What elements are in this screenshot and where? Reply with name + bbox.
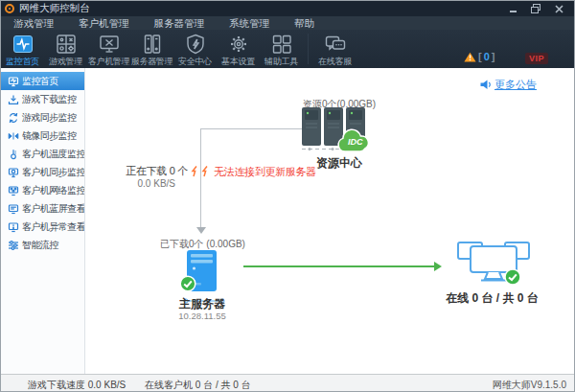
announcement-link[interactable]: 更多公告 bbox=[480, 78, 537, 92]
game-grid-icon bbox=[55, 32, 78, 57]
close-icon bbox=[555, 5, 564, 13]
chat-bubbles-icon bbox=[324, 32, 347, 57]
titlebar: 网维大师控制台 bbox=[1, 1, 574, 16]
sidebar-item-label: 客户机温度监控 bbox=[22, 148, 84, 161]
sidebar-item-smart-flow[interactable]: 智能流控 bbox=[1, 236, 84, 254]
sidebar-item-label: 游戏同步监控 bbox=[22, 111, 76, 125]
toolbar-item-online-support[interactable]: 在线客服 bbox=[313, 32, 356, 66]
content-area: 监控首页 游戏下载监控 游戏同步监控 镜像同步监控 客户机温度监控 客户机同步监… bbox=[1, 68, 574, 374]
download-icon bbox=[8, 94, 19, 105]
flow-control-icon bbox=[8, 240, 19, 251]
sidebar-item-client-exception[interactable]: 客户机异常查看 bbox=[1, 218, 84, 236]
downloading-speed: 0.0 KB/S bbox=[95, 178, 188, 189]
sidebar-item-mirror-sync[interactable]: 镜像同步监控 bbox=[1, 127, 84, 145]
shield-lightning-icon bbox=[184, 32, 207, 57]
monitor-network-icon bbox=[8, 185, 19, 196]
minimize-button[interactable] bbox=[501, 2, 524, 15]
statusbar: 游戏下载速度 0.0 KB/S 在线客户机 0 台 / 共 0 台 网维大师V9… bbox=[1, 374, 574, 392]
client-monitors-icon bbox=[457, 237, 530, 288]
sidebar: 监控首页 游戏下载监控 游戏同步监控 镜像同步监控 客户机温度监控 客户机同步监… bbox=[1, 68, 85, 374]
status-online-clients: 在线客户机 0 台 / 共 0 台 bbox=[145, 379, 251, 392]
sidebar-item-label: 客户机蓝屏查看 bbox=[22, 202, 84, 216]
monitor-exception-icon bbox=[8, 221, 19, 233]
sidebar-item-client-temperature[interactable]: 客户机温度监控 bbox=[1, 145, 84, 163]
toolbar-item-basic-settings[interactable]: 基本设置 bbox=[217, 32, 260, 66]
app-logo-icon bbox=[5, 4, 14, 13]
downloading-status: 正在下载 0 个 0.0 KB/S bbox=[95, 164, 188, 189]
pulse-monitor-icon bbox=[12, 32, 34, 57]
monitor-wrench-icon bbox=[98, 32, 121, 57]
thermometer-icon bbox=[8, 149, 19, 160]
sidebar-item-label: 监控首页 bbox=[22, 75, 58, 88]
toolbar-item-label: 监控首页 bbox=[6, 57, 39, 66]
arrow-right-icon bbox=[434, 262, 442, 271]
connection-error-text: 无法连接到更新服务器 bbox=[214, 165, 316, 179]
toolbar-item-security-center[interactable]: 安全中心 bbox=[173, 32, 217, 66]
server-rack-icon bbox=[141, 32, 164, 57]
clients-online-label: 在线 0 台 / 共 0 台 bbox=[423, 290, 562, 307]
warning-counter[interactable]: [ 0 ] bbox=[464, 51, 494, 62]
vip-badge[interactable]: VIP bbox=[525, 53, 548, 64]
monitor-pulse-icon bbox=[8, 76, 19, 87]
grid-squares-icon bbox=[270, 32, 293, 57]
toolbar-item-label: 基本设置 bbox=[221, 57, 255, 66]
sidebar-item-game-download[interactable]: 游戏下载监控 bbox=[1, 90, 84, 108]
warning-triangle-icon bbox=[464, 52, 476, 62]
sidebar-item-game-sync[interactable]: 游戏同步监控 bbox=[1, 108, 84, 127]
toolbar-item-label: 游戏管理 bbox=[49, 57, 82, 66]
sidebar-item-client-bluescreen[interactable]: 客户机蓝屏查看 bbox=[1, 199, 84, 218]
menu-help[interactable]: 帮助 bbox=[282, 16, 327, 30]
megaphone-icon bbox=[480, 80, 492, 90]
menu-system-management[interactable]: 系统管理 bbox=[217, 16, 282, 30]
monitor-home-canvas: 更多公告 资源0个(0.00GB) IDC 资源中心 bbox=[85, 68, 574, 374]
toolbar-separator bbox=[308, 34, 309, 64]
menubar: 游戏管理 客户机管理 服务器管理 系统管理 帮助 bbox=[1, 16, 574, 30]
toolbar-item-client-management[interactable]: 客户机管理 bbox=[87, 32, 130, 66]
minimize-icon bbox=[509, 5, 518, 13]
toolbar-item-label: 辅助工具 bbox=[264, 57, 298, 66]
main-server-ip: 10.28.11.55 bbox=[150, 311, 255, 321]
announcement-label: 更多公告 bbox=[494, 78, 537, 92]
sidebar-item-client-network[interactable]: 客户机网络监控 bbox=[1, 181, 84, 199]
menu-server-management[interactable]: 服务器管理 bbox=[142, 16, 218, 30]
close-button[interactable] bbox=[547, 2, 570, 15]
sidebar-item-label: 智能流控 bbox=[22, 239, 58, 252]
downloaded-stats: 已下载0个 (0.00GB) bbox=[138, 238, 267, 251]
toolbar: 监控首页 游戏管理 客户机管理 服务器管理 安全中心 bbox=[1, 30, 574, 68]
menu-client-management[interactable]: 客户机管理 bbox=[66, 16, 142, 30]
toolbar-item-server-management[interactable]: 服务器管理 bbox=[130, 32, 173, 66]
resource-center-node: IDC bbox=[302, 107, 380, 157]
restore-icon bbox=[531, 4, 540, 13]
status-version: 网维大师V9.1.5.0 bbox=[493, 379, 566, 392]
sidebar-item-label: 客户机同步监控 bbox=[22, 166, 84, 179]
status-download-speed: 游戏下载速度 0.0 KB/S bbox=[28, 379, 126, 392]
menu-game-management[interactable]: 游戏管理 bbox=[1, 16, 66, 30]
warning-count: 0 bbox=[484, 51, 490, 62]
toolbar-item-label: 服务器管理 bbox=[131, 57, 173, 66]
server-to-clients-arrow bbox=[243, 265, 435, 267]
sync-arrows-icon bbox=[8, 112, 19, 124]
downloading-count: 正在下载 0 个 bbox=[95, 164, 188, 178]
monitor-bluescreen-icon bbox=[8, 203, 19, 215]
maximize-button[interactable] bbox=[524, 2, 547, 15]
window-title: 网维大师控制台 bbox=[19, 2, 90, 15]
warning-bracket: [ bbox=[478, 51, 482, 62]
sidebar-item-label: 游戏下载监控 bbox=[22, 93, 76, 106]
sidebar-item-client-sync[interactable]: 客户机同步监控 bbox=[1, 163, 84, 181]
idc-cloud-badge: IDC bbox=[336, 127, 377, 154]
toolbar-item-auxiliary-tools[interactable]: 辅助工具 bbox=[260, 32, 303, 66]
sidebar-item-monitor-home[interactable]: 监控首页 bbox=[1, 72, 84, 90]
sidebar-item-label: 镜像同步监控 bbox=[22, 129, 76, 143]
gear-icon bbox=[227, 32, 250, 57]
toolbar-item-monitor-home[interactable]: 监控首页 bbox=[1, 32, 44, 66]
sidebar-item-label: 客户机异常查看 bbox=[22, 220, 84, 234]
toolbar-item-game-management[interactable]: 游戏管理 bbox=[44, 32, 87, 66]
idc-badge-label: IDC bbox=[348, 137, 363, 147]
arrow-down-icon bbox=[196, 227, 206, 234]
app-window: 网维大师控制台 游戏管理 客户机管理 服务器管理 系统管理 帮助 监控首页 bbox=[0, 0, 575, 392]
clients-node bbox=[457, 237, 530, 288]
monitor-sync-icon bbox=[8, 167, 19, 178]
mirror-sync-icon bbox=[8, 130, 19, 142]
connector-line-horizontal bbox=[200, 128, 302, 129]
warning-bracket: ] bbox=[492, 51, 495, 62]
